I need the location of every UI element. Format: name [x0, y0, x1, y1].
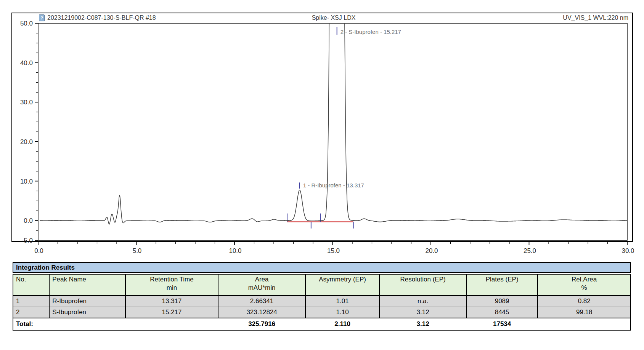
col-header-label: Retention Time	[128, 276, 215, 283]
outer-frame	[12, 13, 633, 241]
table-row: 2S-Ibuprofen15.217323.128241.103.1284459…	[13, 307, 631, 318]
sample-id: 20231219002-C087-130-S-BLF-QR #18	[47, 14, 156, 21]
results-table-head: No.Peak NameRetention TimeminAreamAU*min…	[13, 274, 631, 296]
chart-header-left: ? 20231219002-C087-130-S-BLF-QR #18	[39, 14, 312, 21]
col-header-area: AreamAU*min	[218, 274, 305, 296]
injection-name: Spike- XSJ LDX	[312, 14, 356, 21]
results-table-foot: Total:325.79162.1103.1217534	[13, 318, 631, 330]
integration-results: Integration Results No.Peak NameRetentio…	[13, 262, 631, 331]
x-axis-tick-label: 0.0	[34, 247, 43, 254]
col-header-rel-area: Rel.Area%	[538, 274, 631, 296]
col-header-unit: mAU*min	[221, 284, 302, 292]
table-cell-area: 2.66341	[218, 296, 305, 307]
chart-header: ? 20231219002-C087-130-S-BLF-QR #18 Spik…	[39, 14, 628, 21]
peak-label: 1 - R-Ibuprofen - 13.317	[303, 182, 364, 189]
injection-icon-glyph: ?	[40, 16, 43, 20]
col-header-label: Asymmetry (EP)	[308, 276, 376, 283]
col-header-label: Plates (EP)	[469, 276, 535, 283]
table-cell-plates-ep: 9089	[466, 296, 538, 307]
total-plates-ep: 17534	[466, 318, 538, 330]
table-cell-no: 1	[13, 296, 49, 307]
y-axis-tick-label: 0.0	[24, 217, 33, 224]
col-header-label: No.	[16, 276, 46, 283]
col-header-unit: min	[128, 284, 215, 292]
results-header-row: No.Peak NameRetention TimeminAreamAU*min…	[13, 274, 631, 296]
total-row: Total:325.79162.1103.1217534	[13, 318, 631, 330]
y-axis-tick-label: 20.0	[20, 138, 33, 145]
table-title: Integration Results	[13, 262, 631, 273]
results-table-body: 1R-Ibuprofen13.3172.663411.01n.a.90890.8…	[13, 296, 631, 318]
table-cell-retention-time: 15.217	[125, 307, 218, 318]
total-area: 325.7916	[218, 318, 305, 330]
total-asymmetry-ep: 2.110	[305, 318, 379, 330]
table-cell-area: 323.12824	[218, 307, 305, 318]
x-axis-tick-label: 5.0	[133, 247, 142, 254]
col-header-plates-ep: Plates (EP)	[466, 274, 538, 296]
x-axis-tick-label: 30.0	[622, 247, 634, 254]
table-cell-rel-area: 0.82	[538, 296, 631, 307]
y-axis-tick-label: -5.0	[22, 237, 33, 244]
chromatogram: -5.00.010.020.030.040.050.00.05.010.015.…	[11, 13, 641, 259]
col-header-label: Area	[221, 276, 302, 283]
col-header-no: No.	[13, 274, 49, 296]
total-rel-area	[538, 318, 631, 330]
table-cell-asymmetry-ep: 1.10	[305, 307, 379, 318]
x-axis-tick-label: 10.0	[229, 247, 241, 254]
chromatogram-trace	[40, 0, 627, 224]
table-cell-no: 2	[13, 307, 49, 318]
col-header-asymmetry-ep: Asymmetry (EP)	[305, 274, 379, 296]
results-table: No.Peak NameRetention TimeminAreamAU*min…	[13, 274, 631, 331]
total-peak-name	[49, 318, 125, 330]
x-axis-tick-label: 25.0	[524, 247, 536, 254]
col-header-label: Peak Name	[52, 276, 122, 283]
col-header-resolution-ep: Resolution (EP)	[379, 274, 466, 296]
table-cell-plates-ep: 8445	[466, 307, 538, 318]
total-resolution-ep: 3.12	[379, 318, 466, 330]
table-cell-resolution-ep: 3.12	[379, 307, 466, 318]
table-cell-peak-name: R-Ibuprofen	[49, 296, 125, 307]
col-header-unit: %	[541, 284, 628, 292]
total-retention-time	[125, 318, 218, 330]
table-cell-rel-area: 99.18	[538, 307, 631, 318]
col-header-label: Rel.Area	[541, 276, 628, 283]
report-page: { "chart": { "sample_id": "20231219002-C…	[0, 0, 644, 350]
injection-icon: ?	[39, 14, 45, 21]
table-cell-retention-time: 13.317	[125, 296, 218, 307]
y-axis-tick-label: 50.0	[20, 20, 33, 27]
col-header-label: Resolution (EP)	[382, 276, 463, 283]
plot-frame	[38, 23, 627, 240]
y-axis-tick-label: 40.0	[20, 59, 33, 67]
col-header-peak-name: Peak Name	[49, 274, 125, 296]
table-cell-resolution-ep: n.a.	[379, 296, 466, 307]
peak-label: 2 - S-Ibuprofen - 15.217	[340, 29, 401, 35]
total-label: Total:	[13, 318, 49, 330]
table-cell-peak-name: S-Ibuprofen	[49, 307, 125, 318]
table-cell-asymmetry-ep: 1.01	[305, 296, 379, 307]
y-axis-tick-label: 10.0	[20, 178, 33, 185]
x-axis-tick-label: 15.0	[327, 247, 340, 254]
col-header-retention-time: Retention Timemin	[125, 274, 218, 296]
table-row: 1R-Ibuprofen13.3172.663411.01n.a.90890.8…	[13, 296, 631, 307]
chromatogram-plot: -5.00.010.020.030.040.050.00.05.010.015.…	[11, 13, 641, 259]
y-axis-tick-label: 30.0	[20, 99, 33, 106]
channel-label: UV_VIS_1 WVL:220 nm	[355, 14, 628, 21]
x-axis-tick-label: 20.0	[425, 247, 438, 254]
